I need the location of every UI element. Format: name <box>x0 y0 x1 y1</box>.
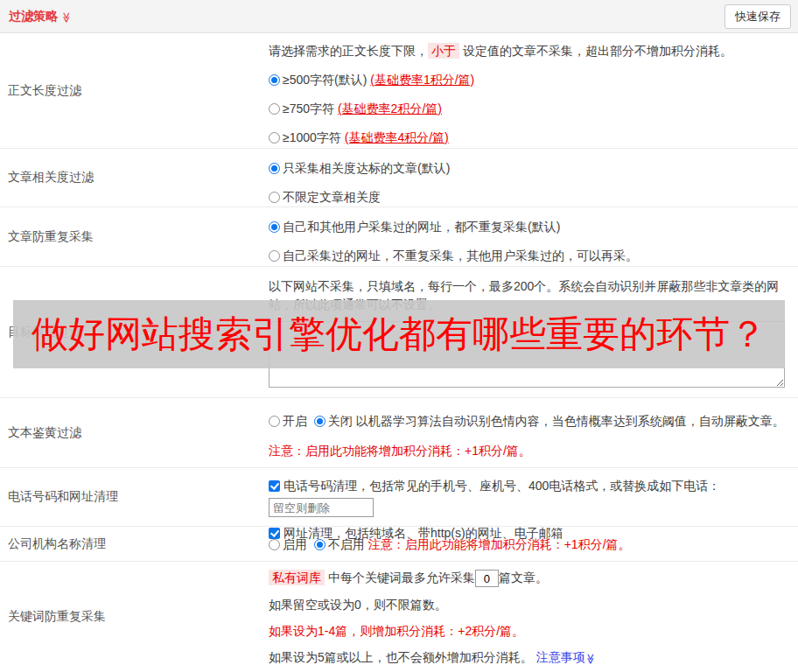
row-keyword-anti-duplicate: 关键词防重复采集 私有词库 中每个关键词最多允许采集篇文章。 如果留空或设为0，… <box>0 562 798 672</box>
limit-unit-text: 篇文章。 <box>499 570 548 584</box>
radio-option-no-limit[interactable]: 不限定文章相关度 <box>269 188 789 206</box>
chevron-double-down-icon: ≫ <box>582 654 599 665</box>
radio-icon[interactable] <box>269 132 280 144</box>
radio-icon[interactable] <box>269 539 280 550</box>
radio-option-on[interactable]: 开启 <box>269 414 307 428</box>
checkbox-phone-cleanup[interactable]: 电话号码清理，包括常见的手机号、座机号、400电话格式，或替换成如下电话： <box>269 475 789 517</box>
row-company-name-cleanup: 公司机构名称清理 启用 不启用 注意：启用此功能将增加积分消耗：+1积分/篇。 <box>0 527 798 562</box>
radio-option-all-users[interactable]: 自己和其他用户采集过的网址，都不重复采集(默认) <box>269 218 789 235</box>
private-lexicon-badge: 私有词库 <box>269 570 325 585</box>
replacement-phone-input[interactable] <box>269 498 374 517</box>
radio-icon[interactable] <box>269 250 280 262</box>
radio-label: 自己采集过的网址，不重复采集，其他用户采集过的，可以再采。 <box>283 248 638 262</box>
radio-label: 自己和其他用户采集过的网址，都不重复采集(默认) <box>283 220 560 234</box>
fee-note: (基础费率4积分/篇) <box>345 130 449 144</box>
radio-option-off[interactable]: 关闭 <box>314 414 353 428</box>
row-label: 电话号码和网址清理 <box>0 489 269 505</box>
row-content: 启用 不启用 注意：启用此功能将增加积分消耗：+1积分/篇。 <box>269 527 798 561</box>
row-content: 只采集相关度达标的文章(默认) 不限定文章相关度 <box>269 149 798 206</box>
radio-icon[interactable] <box>314 539 326 550</box>
radio-label: ≥750字符 <box>283 102 334 116</box>
row-content: 开启 关闭 以机器学习算法自动识别色情内容，当色情概率达到系统阈值，自动屏蔽文章… <box>269 398 798 467</box>
radio-option-relevant-only[interactable]: 只采集相关度达标的文章(默认) <box>269 159 789 177</box>
row-label: 文本鉴黄过滤 <box>0 425 269 441</box>
chevron-double-down-icon: ≫ <box>60 11 73 23</box>
checkbox-icon[interactable] <box>269 480 280 492</box>
overlay-ad-banner: 做好网站搜索引擎优化都有哪些重要的环节？ <box>13 300 785 368</box>
topbar: 过滤策略 ≫ 快速保存 <box>0 0 798 33</box>
radio-option-self-only[interactable]: 自己采集过的网址，不重复采集，其他用户采集过的，可以再采。 <box>269 247 789 264</box>
limit-text: 中每个关键词最多允许采集 <box>328 570 475 584</box>
rule-text: 如果设为5篇或以上，也不会额外增加积分消耗。 <box>269 650 533 664</box>
quick-save-button[interactable]: 快速保存 <box>724 4 791 29</box>
row-anti-duplicate: 文章防重复采集 自己和其他用户采集过的网址，都不重复采集(默认) 自己采集过的网… <box>0 207 798 267</box>
radio-icon[interactable] <box>269 192 280 203</box>
notes-link-text: 注意事项 <box>536 650 585 664</box>
radio-option-750[interactable]: ≥750字符 (基础费率2积分/篇) <box>269 100 789 117</box>
keyword-rule-5plus: 如果设为5篇或以上，也不会额外增加积分消耗。 注意事项≫ <box>269 648 789 667</box>
keyword-rule-1to4: 如果设为1-4篇，则增加积分消耗：+2积分/篇。 <box>269 622 789 640</box>
porn-filter-warning: 注意：启用此功能将增加积分消耗：+1积分/篇。 <box>269 442 789 459</box>
row-label: 文章防重复采集 <box>0 229 269 245</box>
keyword-limit-line: 私有词库 中每个关键词最多允许采集篇文章。 <box>269 569 789 587</box>
porn-filter-description: 以机器学习算法自动识别色情内容，当色情概率达到系统阈值，自动屏蔽文章。 <box>356 414 785 428</box>
radio-label: 启用 <box>283 537 307 551</box>
radio-label: ≥1000字符 <box>283 130 341 144</box>
row-label: 正文长度过滤 <box>0 83 269 99</box>
radio-label: 不限定文章相关度 <box>283 190 381 204</box>
radio-icon[interactable] <box>269 416 280 427</box>
section-title-text: 过滤策略 <box>9 9 58 23</box>
radio-option-disable[interactable]: 不启用 <box>314 537 365 551</box>
company-cleanup-options: 启用 不启用 注意：启用此功能将增加积分消耗：+1积分/篇。 <box>269 536 789 553</box>
radio-icon[interactable] <box>269 103 280 115</box>
keyword-count-input[interactable] <box>475 570 499 587</box>
intro-after: 设定值的文章不采集，超出部分不增加积分消耗。 <box>463 44 732 58</box>
notes-link[interactable]: 注意事项≫ <box>536 650 597 664</box>
row-content: 电话号码清理，包括常见的手机号、座机号、400电话格式，或替换成如下电话： 网址… <box>269 468 798 526</box>
filter-settings-page: 过滤策略 ≫ 快速保存 正文长度过滤 请选择需求的正文长度下限，小于 设定值的文… <box>0 0 798 672</box>
radio-label: 关闭 <box>328 414 353 428</box>
row-porn-filter: 文本鉴黄过滤 开启 关闭 以机器学习算法自动识别色情内容，当色情概率达到系统阈值… <box>0 398 798 468</box>
row-content: 自己和其他用户采集过的网址，都不重复采集(默认) 自己采集过的网址，不重复采集，… <box>269 207 798 266</box>
company-cleanup-warning: 注意：启用此功能将增加积分消耗：+1积分/篇。 <box>368 537 631 551</box>
checkbox-label: 电话号码清理，包括常见的手机号、座机号、400电话格式，或替换成如下电话： <box>284 479 720 493</box>
radio-option-500[interactable]: ≥500字符(默认) (基础费率1积分/篇) <box>269 71 789 88</box>
porn-filter-options: 开启 关闭 以机器学习算法自动识别色情内容，当色情概率达到系统阈值，自动屏蔽文章… <box>269 412 789 430</box>
intro-before: 请选择需求的正文长度下限， <box>269 44 428 58</box>
keyword-rule-empty: 如果留空或设为0，则不限篇数。 <box>269 596 789 613</box>
length-intro: 请选择需求的正文长度下限，小于 设定值的文章不采集，超出部分不增加积分消耗。 <box>269 42 789 60</box>
checkbox-icon[interactable] <box>269 528 280 539</box>
radio-label: 开启 <box>283 414 307 428</box>
row-content-length-filter: 正文长度过滤 请选择需求的正文长度下限，小于 设定值的文章不采集，超出部分不增加… <box>0 33 798 149</box>
radio-icon[interactable] <box>314 416 326 427</box>
row-phone-url-cleanup: 电话号码和网址清理 电话号码清理，包括常见的手机号、座机号、400电话格式，或替… <box>0 468 798 527</box>
radio-label: 只采集相关度达标的文章(默认) <box>283 161 450 175</box>
row-label: 文章相关度过滤 <box>0 170 269 186</box>
row-label: 公司机构名称清理 <box>0 536 269 552</box>
fee-note: (基础费率2积分/篇) <box>338 102 442 116</box>
radio-icon[interactable] <box>269 163 280 174</box>
overlay-ad-text: 做好网站搜索引擎优化都有哪些重要的环节？ <box>32 310 766 359</box>
radio-option-enable[interactable]: 启用 <box>269 537 307 551</box>
fee-note: (基础费率1积分/篇) <box>370 73 474 87</box>
row-content: 私有词库 中每个关键词最多允许采集篇文章。 如果留空或设为0，则不限篇数。 如果… <box>269 562 798 672</box>
radio-label: 不启用 <box>328 537 365 551</box>
radio-label: ≥500字符(默认) <box>283 73 367 87</box>
row-label: 关键词防重复采集 <box>0 609 269 625</box>
section-title-filter-strategy[interactable]: 过滤策略 ≫ <box>9 9 72 24</box>
radio-icon[interactable] <box>269 74 280 86</box>
row-content: 请选择需求的正文长度下限，小于 设定值的文章不采集，超出部分不增加积分消耗。 ≥… <box>269 33 798 148</box>
row-relevance-filter: 文章相关度过滤 只采集相关度达标的文章(默认) 不限定文章相关度 <box>0 149 798 207</box>
radio-icon[interactable] <box>269 221 280 233</box>
radio-option-1000[interactable]: ≥1000字符 (基础费率4积分/篇) <box>269 129 789 146</box>
less-than-highlight: 小于 <box>428 43 459 59</box>
